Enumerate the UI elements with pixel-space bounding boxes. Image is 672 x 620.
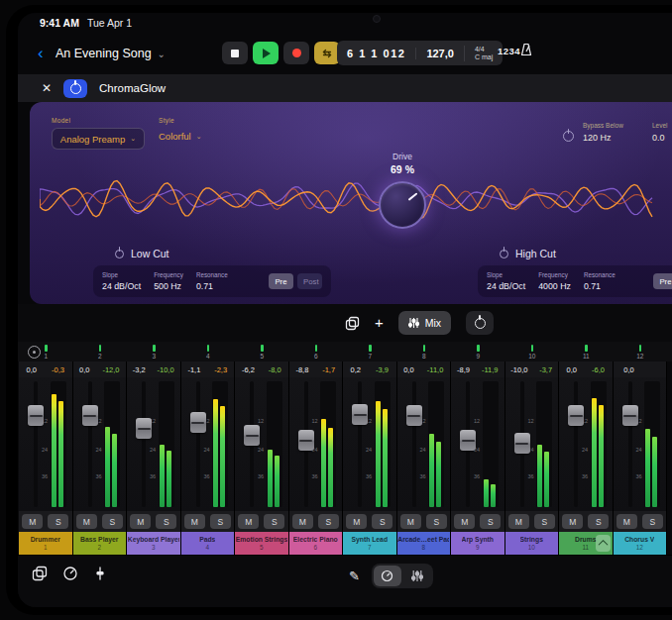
low-cut-pre-button[interactable]: Pre <box>269 273 293 289</box>
fader-track[interactable] <box>88 381 92 507</box>
track-number-cell[interactable]: 1 <box>19 342 73 362</box>
record-button[interactable] <box>283 42 309 64</box>
fader-handle[interactable] <box>82 405 98 426</box>
mute-button[interactable]: M <box>562 514 583 529</box>
channel-name-block[interactable]: Arp Synth9 <box>451 532 504 555</box>
solo-button[interactable]: S <box>642 514 663 529</box>
fader-track[interactable] <box>34 381 38 507</box>
mute-button[interactable]: M <box>130 514 151 529</box>
mute-button[interactable]: M <box>22 514 43 529</box>
channel-name-block[interactable]: Emotion Strings5 <box>235 532 288 555</box>
solo-button[interactable]: S <box>102 514 123 529</box>
mute-button[interactable]: M <box>616 514 637 529</box>
fader-track[interactable] <box>412 381 416 507</box>
stop-button[interactable] <box>222 42 248 64</box>
channel-name-block[interactable]: Arcade…eet Pad8 <box>397 532 451 555</box>
solo-button[interactable]: S <box>534 514 555 529</box>
low-cut-slope[interactable]: Slope 24 dB/Oct <box>102 271 141 291</box>
fader-track[interactable] <box>574 381 578 507</box>
fader-handle[interactable] <box>136 418 152 439</box>
fader-handle[interactable] <box>28 405 44 426</box>
solo-button[interactable]: S <box>210 514 231 529</box>
solo-button[interactable]: S <box>264 514 284 529</box>
close-icon[interactable]: ✕ <box>42 81 52 95</box>
duplicate-button[interactable] <box>345 316 360 331</box>
high-cut-pre-button[interactable]: Pre <box>653 273 672 289</box>
bypass-below-control[interactable]: Bypass Below 120 Hz <box>583 122 623 143</box>
plugin-power-button[interactable] <box>63 79 87 98</box>
solo-button[interactable]: S <box>318 514 339 529</box>
solo-button[interactable]: S <box>48 514 68 529</box>
fader-handle[interactable] <box>568 405 584 426</box>
channel-name-block[interactable]: Drummer1 <box>19 532 72 555</box>
style-select[interactable]: Colorful ⌄ <box>159 131 202 142</box>
track-number-cell[interactable]: 11 <box>559 342 614 362</box>
mute-button[interactable]: M <box>184 514 205 529</box>
track-number-cell[interactable]: 4 <box>181 342 236 362</box>
high-cut-frequency[interactable]: Frequency 4000 Hz <box>538 271 571 291</box>
channel-name-block[interactable]: Electric Piano6 <box>289 532 343 555</box>
back-chevron-icon[interactable]: ‹ <box>38 43 44 64</box>
edit-pencil-icon[interactable]: ✎ <box>349 568 360 583</box>
fader-handle[interactable] <box>460 430 476 451</box>
fader-handle[interactable] <box>244 425 260 446</box>
track-number-cell[interactable]: 3 <box>127 342 181 362</box>
mix-toggle-button[interactable]: Mix <box>398 311 451 335</box>
mute-button[interactable]: M <box>238 514 259 529</box>
low-cut-post-button[interactable]: Post <box>297 273 322 289</box>
track-number-cell[interactable]: 2 <box>73 342 128 362</box>
channel-name-block[interactable]: Pads4 <box>181 532 235 555</box>
track-number-cell[interactable]: 6 <box>289 342 344 362</box>
fader-handle[interactable] <box>190 412 206 433</box>
channel-name-block[interactable]: Bass Player2 <box>73 532 127 555</box>
mute-button[interactable]: M <box>292 514 313 529</box>
mute-button[interactable]: M <box>508 514 529 529</box>
metronome-button[interactable] <box>519 43 533 56</box>
fader-view-button[interactable] <box>93 566 107 581</box>
track-number-cell[interactable]: 5 <box>235 342 289 362</box>
controls-button[interactable] <box>62 566 78 581</box>
mixer-power-button[interactable] <box>466 311 494 335</box>
fader-handle[interactable] <box>352 404 368 425</box>
solo-button[interactable]: S <box>426 514 447 529</box>
track-number-cell[interactable]: 7 <box>343 342 397 362</box>
track-number-cell[interactable]: 9 <box>451 342 505 362</box>
fader-handle[interactable] <box>514 433 530 454</box>
low-cut-power-button[interactable] <box>115 250 124 258</box>
low-cut-resonance[interactable]: Resonance 0.71 <box>196 271 228 291</box>
fader-handle[interactable] <box>622 405 638 426</box>
solo-button[interactable]: S <box>480 514 501 529</box>
high-cut-power-button[interactable] <box>500 250 508 258</box>
mute-button[interactable]: M <box>346 514 367 529</box>
track-number-cell[interactable]: 10 <box>505 342 560 362</box>
high-cut-resonance[interactable]: Resonance 0.71 <box>584 271 616 291</box>
mixer-toggle[interactable] <box>403 566 431 586</box>
model-select[interactable]: Analog Preamp ⌄ <box>52 128 145 150</box>
song-title-menu[interactable]: An Evening Song ⌄ <box>56 47 166 60</box>
meters-toggle[interactable] <box>374 566 401 586</box>
fader-track[interactable] <box>358 381 362 507</box>
drive-knob[interactable] <box>379 181 426 229</box>
track-number-cell[interactable]: 12 <box>614 342 668 362</box>
solo-button[interactable]: S <box>372 514 392 529</box>
channel-name-block[interactable]: Synth Lead7 <box>343 532 396 555</box>
collapse-chevron-icon[interactable] <box>596 535 611 552</box>
add-track-button[interactable]: + <box>375 316 384 330</box>
high-cut-slope[interactable]: Slope 24 dB/Oct <box>487 271 525 291</box>
level-control[interactable]: Level 0.0 <box>652 122 668 143</box>
fader-track[interactable] <box>196 381 200 507</box>
solo-button[interactable]: S <box>588 514 609 529</box>
channel-name-block[interactable]: Keyboard Player3 <box>127 532 180 555</box>
solo-button[interactable]: S <box>156 514 176 529</box>
fader-track[interactable] <box>628 381 632 507</box>
mute-button[interactable]: M <box>454 514 475 529</box>
fader-track[interactable] <box>142 381 146 507</box>
track-number-cell[interactable]: 8 <box>397 342 452 362</box>
library-button[interactable] <box>32 566 48 581</box>
low-cut-frequency[interactable]: Frequency 500 Hz <box>154 271 183 291</box>
channel-name-block[interactable]: Chorus V12 <box>614 532 667 555</box>
channel-name-block[interactable]: Drums11 <box>559 532 613 555</box>
fader-handle[interactable] <box>406 405 422 426</box>
mute-button[interactable]: M <box>400 514 421 529</box>
lcd-display[interactable]: 6 1 1 012 127,0 4/4 C maj <box>337 41 503 65</box>
